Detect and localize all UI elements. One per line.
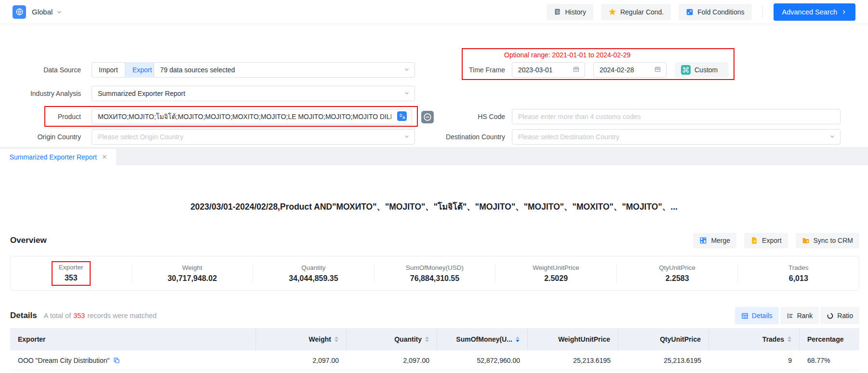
stat-value: 34,044,859.35	[289, 274, 338, 283]
cell-percentage: 68.77%	[800, 350, 859, 370]
column-header-percentage: Percentage	[800, 328, 859, 350]
column-header-weight[interactable]: Weight	[256, 328, 347, 350]
export-doc-icon	[750, 237, 758, 244]
column-label: Percentage	[807, 335, 843, 343]
history-button[interactable]: History	[547, 4, 593, 20]
product-input[interactable]	[92, 109, 397, 124]
history-icon	[554, 8, 561, 15]
column-label: SumOfMoney(U...	[456, 335, 512, 343]
stat-label: QtyUnitPrice	[659, 264, 695, 271]
stat-qtyunitprice: QtyUnitPrice2.2583	[616, 264, 738, 283]
data-source-label: Data Source	[0, 66, 81, 74]
merge-button[interactable]: Merge	[693, 233, 736, 248]
data-source-toggle: Import Export	[92, 62, 159, 78]
import-toggle-button[interactable]: Import	[92, 62, 125, 78]
sort-carets-icon[interactable]	[788, 336, 791, 342]
view-details-button[interactable]: Details	[735, 307, 779, 324]
origin-country-select[interactable]: Please select Origin Country	[92, 129, 415, 145]
details-table: ExporterWeightQuantitySumOfMoney(U...Wei…	[10, 328, 859, 371]
fold-icon	[686, 8, 694, 16]
cell-trades: 9	[709, 350, 800, 370]
app-logo[interactable]	[13, 5, 26, 19]
column-header-qtyunitprice: QtyUnitPrice	[618, 328, 709, 350]
table-body: OOO "Dream City Distribution"2,097.002,0…	[10, 350, 859, 371]
cell-weightunitprice: 25,213.6195	[528, 350, 618, 370]
close-tab-icon[interactable]: ×	[102, 153, 107, 161]
regular-cond-button[interactable]: Regular Cond.	[601, 4, 671, 20]
column-label: Quantity	[394, 335, 422, 343]
stat-trades: Trades6,013	[737, 264, 859, 283]
merge-icon	[699, 237, 707, 244]
chevron-right-icon	[841, 9, 847, 15]
svg-text:A: A	[402, 115, 405, 120]
tab-bar: Summarized Exporter Report ×	[0, 147, 868, 165]
table-row[interactable]: OOO "Dream City Distribution"2,097.002,0…	[10, 350, 859, 371]
stat-value: 76,884,310.55	[410, 274, 459, 283]
command-icon	[681, 65, 691, 75]
topbar: Global History Regular Cond. Fold Condit…	[0, 0, 868, 24]
table-icon	[741, 312, 748, 320]
sync-to-crm-button[interactable]: Sync to CRM	[796, 233, 859, 248]
view-rank-button[interactable]: Rank	[780, 307, 819, 324]
industry-analysis-select[interactable]: Summarized Exporter Report	[92, 86, 415, 101]
industry-analysis-label: Industry Analysis	[0, 90, 81, 97]
view-switcher: DetailsRankRatio	[735, 307, 859, 324]
sort-carets-icon[interactable]	[516, 336, 520, 342]
view-ratio-button[interactable]: Ratio	[820, 307, 859, 324]
app-switcher-chevron-icon[interactable]	[56, 9, 62, 15]
translate-icon[interactable]: A	[397, 111, 407, 122]
stat-value: 30,717,948.02	[168, 274, 217, 283]
search-form: Data Source Import Export 79 data source…	[0, 24, 868, 147]
details-total-text: A total of353records were matched	[44, 312, 157, 320]
custom-range-button[interactable]: Custom	[675, 62, 729, 78]
product-field: A	[92, 109, 412, 124]
product-entries-button[interactable]	[421, 111, 434, 123]
cell-sumofmoney-u-: 52,872,960.00	[437, 350, 528, 370]
report-content: 2023/03/01-2024/02/28,Product AND"МОХИТО…	[0, 165, 868, 371]
stat-value: 6,013	[789, 274, 808, 283]
fold-conditions-button[interactable]: Fold Conditions	[679, 4, 751, 20]
calendar-icon	[654, 66, 661, 74]
start-date-input[interactable]: 2023-03-01	[512, 62, 585, 78]
sort-carets-icon[interactable]	[425, 336, 429, 342]
stat-sumofmoney-usd-: SumOfMoney(USD)76,884,310.55	[374, 264, 495, 283]
stat-exporter: Exporter353	[11, 261, 132, 286]
column-header-weightunitprice: WeightUnitPrice	[528, 328, 618, 350]
exporter-name-link[interactable]: OOO "Dream City Distribution"	[18, 357, 109, 364]
column-header-trades[interactable]: Trades	[709, 328, 800, 350]
column-label: Trades	[762, 335, 784, 343]
optional-range-note: Optional range: 2021-01-01 to 2024-02-29	[504, 51, 630, 59]
stat-label: Exporter	[59, 264, 83, 271]
column-label: WeightUnitPrice	[558, 335, 610, 343]
data-source-select[interactable]: 79 data sources selected	[154, 62, 415, 78]
stat-weight: Weight30,717,948.02	[132, 264, 253, 283]
export-button[interactable]: Export	[744, 233, 788, 248]
stat-annotation-box: Exporter353	[52, 261, 91, 286]
stat-quantity: Quantity34,044,859.35	[253, 264, 374, 283]
exporter-cell: OOO "Dream City Distribution"	[10, 350, 256, 370]
end-date-input[interactable]: 2024-02-28	[593, 62, 667, 78]
sort-carets-icon[interactable]	[334, 336, 338, 342]
copy-icon[interactable]	[113, 357, 120, 364]
star-icon	[608, 8, 616, 16]
topbar-divider	[762, 6, 763, 18]
stat-value: 2.2583	[666, 274, 689, 283]
product-label: Product	[0, 113, 81, 120]
hs-code-input[interactable]	[512, 109, 840, 124]
column-header-sumofmoney-u-[interactable]: SumOfMoney(U...	[437, 328, 528, 350]
cell-qtyunitprice: 25,213.6195	[618, 350, 709, 370]
column-label: Weight	[309, 335, 331, 343]
destination-country-select[interactable]: Please select Destination Country	[512, 129, 841, 145]
overview-actions: Merge Export Sync to CRM	[693, 233, 859, 248]
stat-value: 2.5029	[544, 274, 568, 283]
tab-summarized-exporter-report[interactable]: Summarized Exporter Report ×	[0, 149, 116, 165]
globe-icon	[15, 8, 24, 16]
advanced-search-button[interactable]: Advanced Search	[774, 3, 855, 21]
folder-sync-icon	[802, 237, 810, 244]
chevron-down-icon	[404, 66, 410, 74]
stat-weightunitprice: WeightUnitPrice2.5029	[495, 264, 616, 283]
column-header-quantity[interactable]: Quantity	[347, 328, 437, 350]
chevron-down-icon	[404, 133, 410, 141]
ratio-icon	[827, 312, 834, 320]
stat-label: SumOfMoney(USD)	[406, 264, 464, 271]
